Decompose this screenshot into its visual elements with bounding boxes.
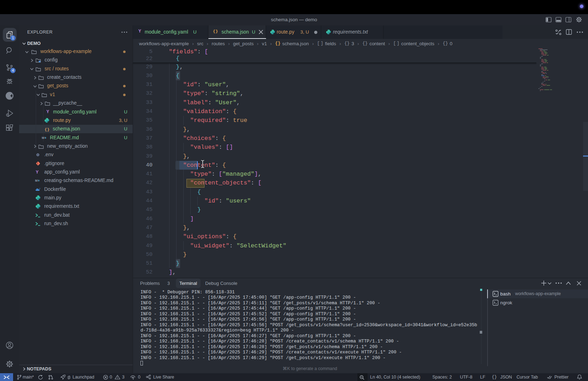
svg-text:Y: Y [46,109,49,114]
svg-text:Y: Y [138,29,141,33]
svg-text:M: M [42,136,45,140]
svg-text:{}: {} [213,29,218,34]
svg-text:Y: Y [36,170,39,174]
svg-text:M: M [35,179,38,182]
svg-text:{}: {} [45,127,50,132]
